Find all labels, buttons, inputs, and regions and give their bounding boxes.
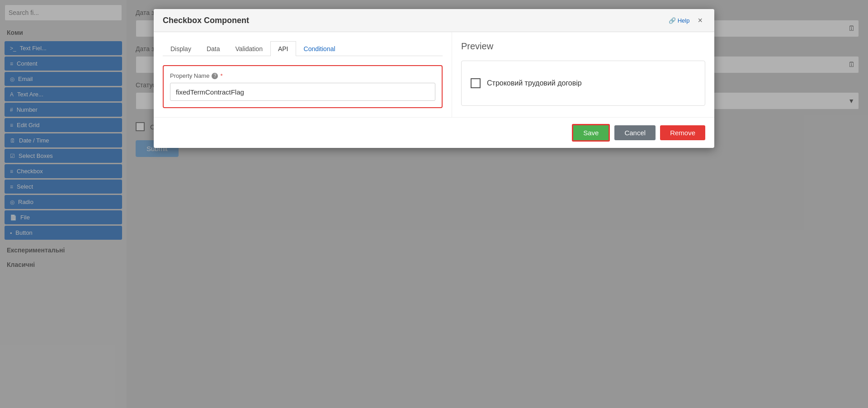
property-label: Property Name ? * — [170, 72, 435, 79]
modal-body: Display Data Validation API Conditional … — [154, 32, 714, 117]
property-field-wrapper: Property Name ? * — [163, 65, 443, 108]
close-button[interactable]: × — [695, 15, 705, 25]
modal-right-panel: Preview Строковий трудовий договір — [452, 32, 714, 117]
property-name-input[interactable] — [170, 83, 435, 101]
help-link[interactable]: 🔗 Help — [669, 17, 690, 24]
modal-title: Checkbox Component — [163, 16, 249, 25]
modal-header-right: 🔗 Help × — [669, 15, 705, 25]
cancel-button[interactable]: Cancel — [614, 125, 656, 140]
preview-content: Строковий трудовий договір — [461, 61, 705, 106]
preview-checkbox-label: Строковий трудовий договір — [487, 79, 582, 87]
tab-validation[interactable]: Validation — [227, 41, 270, 56]
preview-checkbox — [471, 78, 481, 88]
modal-tabs: Display Data Validation API Conditional — [163, 41, 443, 56]
tab-api[interactable]: API — [270, 41, 296, 56]
tab-display[interactable]: Display — [163, 41, 199, 56]
property-label-text: Property Name — [170, 72, 209, 79]
help-label: Help — [678, 17, 690, 24]
tab-data[interactable]: Data — [199, 41, 228, 56]
modal-header: Checkbox Component 🔗 Help × — [154, 9, 714, 32]
modal-footer: Save Cancel Remove — [154, 117, 714, 148]
modal: Checkbox Component 🔗 Help × Display Data… — [154, 9, 714, 148]
tab-conditional[interactable]: Conditional — [296, 41, 343, 56]
modal-overlay: Checkbox Component 🔗 Help × Display Data… — [0, 0, 868, 408]
help-icon: 🔗 — [669, 17, 676, 24]
info-icon: ? — [212, 73, 218, 79]
required-star: * — [220, 72, 222, 79]
save-button[interactable]: Save — [572, 124, 610, 142]
modal-left-panel: Display Data Validation API Conditional … — [154, 32, 452, 117]
preview-title: Preview — [461, 41, 705, 52]
remove-button[interactable]: Remove — [660, 125, 705, 140]
